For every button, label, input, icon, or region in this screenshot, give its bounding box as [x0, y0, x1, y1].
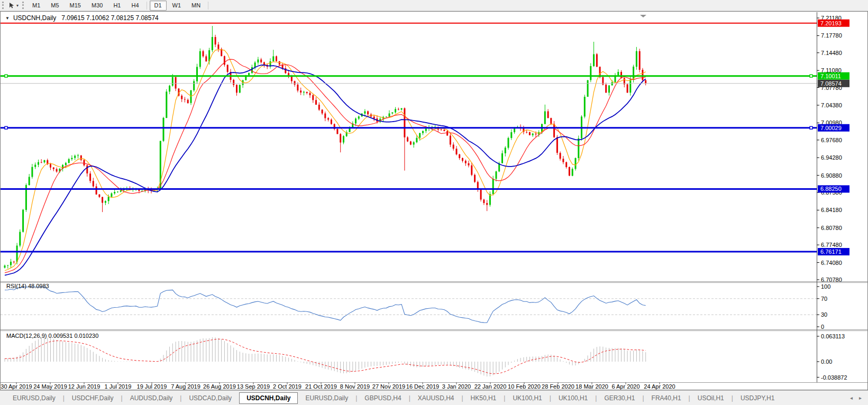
price-box-7.10011: 7.10011 [818, 72, 849, 80]
rsi-tick-label: 70 [821, 296, 827, 302]
price-axis[interactable]: 7.211807.177807.144807.110807.077807.043… [817, 12, 849, 382]
price-box-6.88250: 6.88250 [818, 185, 849, 192]
price-tick-label: 6.94280 [821, 154, 842, 161]
current-price-box: 7.08574 [818, 80, 849, 87]
tab-ger30-h1-11[interactable]: GER30,H1 [597, 392, 642, 404]
date-label: 2 Oct 2019 [273, 383, 301, 390]
cursor-icon [8, 2, 15, 9]
tab-usdjpy-h1-14[interactable]: USDJPY,H1 [733, 392, 782, 404]
svg-text:7.20193: 7.20193 [820, 20, 842, 26]
ma-mid-line [5, 59, 646, 273]
date-label: 1 Jul 2019 [105, 383, 132, 390]
chart-symbol-label: USDCNH,Daily [13, 14, 56, 22]
timeframe-button-mn[interactable]: MN [187, 1, 205, 11]
timeframe-button-m30[interactable]: M30 [87, 1, 107, 11]
timeframe-button-m15[interactable]: M15 [65, 1, 86, 11]
date-label: 16 Dec 2019 [406, 383, 439, 390]
tab-hk50-h1-8[interactable]: HK50,H1 [463, 392, 504, 404]
timeframe-button-group: M1M5M15M30H1H4D1W1MN [27, 1, 211, 11]
tab-gbpusd-h4-6[interactable]: GBPUSD,H4 [357, 392, 408, 404]
tab-usdcad-daily-3[interactable]: USDCAD,Daily [181, 392, 239, 404]
cursor-dropdown-icon[interactable]: ▾ [16, 3, 19, 8]
tab-usdchf-daily-1[interactable]: USDCHF,Daily [65, 392, 121, 404]
price-tick-label: 7.04380 [821, 102, 842, 108]
macd-indicator-label: MACD(12,26,9) 0.009531 0.010230 [6, 333, 98, 339]
tabs-scroll-left-button[interactable]: ◂ [850, 395, 853, 401]
date-label: 6 Apr 2020 [611, 383, 639, 390]
price-tick-label: 6.80780 [821, 225, 842, 231]
chart-title: ▼USDCNH,Daily7.09615 7.10062 7.08125 7.0… [5, 14, 159, 22]
tab-usdcnh-daily-4[interactable]: USDCNH,Daily [239, 392, 298, 404]
hline-handle-left-7.10011[interactable] [5, 75, 7, 77]
hline-handle-right-7.00029[interactable] [810, 126, 812, 129]
date-label: 27 Nov 2019 [372, 383, 405, 390]
rsi-indicator-label: RSI(14) 48.0983 [6, 283, 49, 289]
tab-audusd-daily-2[interactable]: AUDUSD,Daily [123, 392, 180, 404]
price-tick-label: 6.97680 [821, 137, 842, 143]
date-label: 26 Aug 2019 [203, 383, 236, 390]
date-label: 18 Mar 2020 [575, 383, 608, 390]
price-tick-label: 6.70780 [821, 277, 842, 283]
date-label: 24 Apr 2020 [644, 383, 675, 390]
tab-uk100-h1-10[interactable]: UK100,H1 [551, 392, 595, 404]
top-toolbar: ▾ M1M5M15M30H1H4D1W1MN [0, 0, 868, 11]
tab-xauusd-h4-7[interactable]: XAUUSD,H4 [410, 392, 462, 404]
hline-handle-right-7.10011[interactable] [810, 75, 812, 77]
price-tick-label: 6.84180 [821, 207, 842, 213]
rsi-panel [1, 287, 817, 323]
toolbar-separator [208, 2, 208, 10]
date-label: 22 Jan 2020 [474, 383, 507, 390]
date-label: 12 Jun 2019 [68, 383, 100, 390]
mt4-terminal: ▾ M1M5M15M30H1H4D1W1MN 7.211807.177807.1… [0, 0, 868, 405]
price-tick-label: 6.90880 [821, 172, 842, 179]
timeframe-button-m1[interactable]: M1 [28, 1, 45, 11]
tab-eurusd-daily-0[interactable]: EURUSD,Daily [5, 392, 63, 404]
date-label: 28 Feb 2020 [542, 383, 574, 390]
svg-text:6.76171: 6.76171 [820, 248, 842, 255]
timeframe-button-h1[interactable]: H1 [108, 1, 125, 11]
chart-window: 7.211807.177807.144807.110807.077807.043… [0, 11, 868, 390]
rsi-tick-label: 100 [821, 283, 830, 290]
timeframe-button-m5[interactable]: M5 [46, 1, 63, 11]
tab-usoil-h1-13[interactable]: USOil,H1 [690, 392, 732, 404]
svg-text:6.88250: 6.88250 [820, 186, 842, 192]
collapse-chart-icon[interactable]: ▼ [5, 16, 10, 21]
tab-eurusd-daily-5[interactable]: EURUSD,Daily [298, 392, 355, 404]
hline-handle-left-7.00029[interactable] [5, 126, 7, 129]
date-label: 8 Nov 2019 [340, 383, 370, 390]
date-label: 21 Oct 2019 [305, 383, 337, 390]
macd-tick-label: -0.038872 [821, 374, 847, 381]
tab-uk100-h1-9[interactable]: UK100,H1 [505, 392, 549, 404]
level-lines [1, 23, 817, 252]
macd-histogram [5, 337, 646, 376]
rsi-line [5, 287, 646, 323]
chart-tabs-bar: EURUSD,Daily|USDCHF,Daily|AUDUSD,Daily|U… [0, 390, 868, 405]
svg-text:7.10011: 7.10011 [820, 73, 841, 79]
chart-ohlc-values: 7.09615 7.10062 7.08125 7.08574 [61, 14, 159, 22]
rsi-tick-label: 0 [821, 324, 824, 330]
price-tick-label: 6.77480 [821, 242, 842, 248]
timeframe-button-h4[interactable]: H4 [126, 1, 143, 11]
toolbar-separator [147, 2, 147, 10]
chart-shift-marker[interactable] [640, 15, 646, 17]
svg-text:7.08574: 7.08574 [820, 80, 842, 87]
svg-text:7.00029: 7.00029 [820, 125, 842, 131]
price-box-6.76171: 6.76171 [818, 248, 849, 255]
toolbar-grip[interactable] [2, 2, 4, 9]
price-box-7.00029: 7.00029 [818, 124, 849, 132]
date-label: 19 Jul 2019 [137, 383, 167, 390]
tab-fra40-h1-12[interactable]: FRA40,H1 [644, 392, 689, 404]
date-label: 30 Apr 2019 [1, 383, 32, 390]
date-label: 13 Sep 2019 [237, 383, 270, 390]
cursor-tool-button[interactable]: ▾ [7, 2, 20, 10]
tabs-scroll-right-button[interactable]: ▸ [859, 395, 862, 401]
timeframe-button-d1[interactable]: D1 [150, 1, 167, 11]
price-box-7.20193: 7.20193 [818, 20, 849, 27]
timeframe-button-w1[interactable]: W1 [168, 1, 186, 11]
price-tick-label: 6.74080 [821, 260, 842, 266]
date-label: 24 May 2019 [33, 383, 67, 390]
chart-tabs: EURUSD,Daily|USDCHF,Daily|AUDUSD,Daily|U… [5, 392, 782, 404]
macd-tick-label: 0.00 [821, 358, 832, 365]
toolbar-grip-2[interactable] [22, 2, 24, 9]
macd-panel [5, 337, 646, 376]
